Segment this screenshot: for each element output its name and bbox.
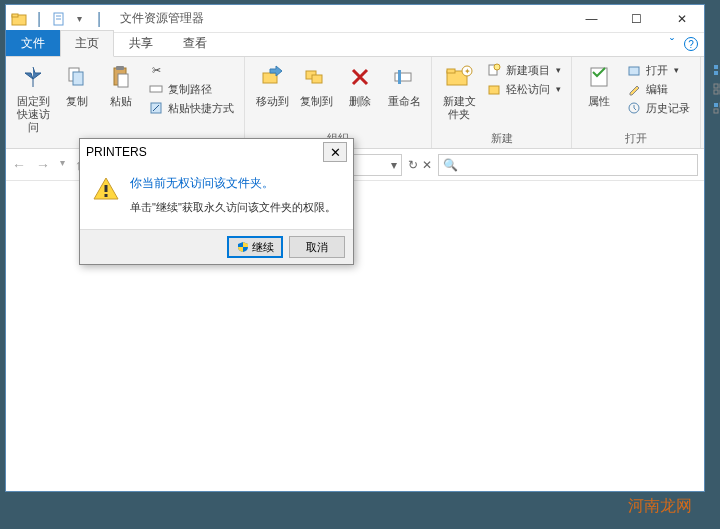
svg-rect-12: [263, 73, 277, 83]
pin-icon: [17, 61, 49, 93]
new-folder-label: 新建文件夹: [440, 95, 478, 121]
rename-button[interactable]: 重命名: [383, 59, 425, 110]
select-none-icon: [711, 81, 720, 97]
select-group-label: 选择: [707, 129, 720, 148]
svg-rect-29: [714, 71, 718, 75]
paste-label: 粘贴: [110, 95, 132, 108]
svg-rect-27: [714, 65, 718, 69]
invert-icon: [711, 100, 720, 116]
svg-rect-37: [714, 109, 718, 113]
help-icon[interactable]: ?: [684, 37, 698, 51]
svg-rect-1: [12, 14, 18, 17]
clear-button[interactable]: ✕: [422, 158, 432, 172]
invert-button[interactable]: 反向选择: [707, 99, 720, 117]
dialog-close-button[interactable]: ✕: [323, 142, 347, 162]
document-icon[interactable]: [50, 10, 68, 28]
properties-icon: [583, 61, 615, 93]
tab-view[interactable]: 查看: [168, 30, 222, 56]
copy-to-icon: [300, 61, 332, 93]
warning-icon: [92, 175, 120, 203]
clipboard-group: 固定到快速访问 复制 粘贴 ✂ 复制路径 粘贴快捷方式 剪贴板: [6, 57, 245, 148]
organize-group: 移动到 复制到 删除 重命名 组织: [245, 57, 432, 148]
properties-label: 属性: [588, 95, 610, 108]
cut-button[interactable]: ✂: [144, 61, 238, 79]
ribbon: 固定到快速访问 复制 粘贴 ✂ 复制路径 粘贴快捷方式 剪贴板: [6, 57, 704, 149]
svg-rect-14: [312, 75, 322, 83]
svg-text:✦: ✦: [464, 67, 471, 76]
cancel-button[interactable]: 取消: [289, 236, 345, 258]
move-icon: [256, 61, 288, 93]
continue-button[interactable]: 继续: [227, 236, 283, 258]
new-group-label: 新建: [438, 129, 565, 148]
svg-rect-23: [489, 86, 499, 94]
tab-home[interactable]: 主页: [60, 30, 114, 57]
svg-rect-10: [150, 86, 162, 92]
copy-to-button[interactable]: 复制到: [295, 59, 337, 110]
window-title: 文件资源管理器: [120, 10, 569, 27]
paste-shortcut-button[interactable]: 粘贴快捷方式: [144, 99, 238, 117]
scissors-icon: ✂: [148, 62, 164, 78]
move-to-button[interactable]: 移动到: [251, 59, 293, 110]
uac-shield-icon: [237, 241, 249, 253]
chevron-icon-3: ▾: [674, 65, 679, 75]
forward-button[interactable]: →: [36, 157, 50, 173]
tab-share[interactable]: 共享: [114, 30, 168, 56]
close-button[interactable]: ✕: [659, 5, 704, 33]
edit-button[interactable]: 编辑: [622, 80, 694, 98]
copy-path-button[interactable]: 复制路径: [144, 80, 238, 98]
refresh-button[interactable]: ↻: [408, 158, 418, 172]
paste-button[interactable]: 粘贴: [100, 59, 142, 110]
maximize-button[interactable]: ☐: [614, 5, 659, 33]
open-label: 打开: [646, 63, 668, 78]
paste-shortcut-label: 粘贴快捷方式: [168, 101, 234, 116]
svg-rect-16: [398, 70, 401, 84]
move-to-label: 移动到: [256, 95, 289, 108]
cancel-label: 取消: [306, 240, 328, 255]
quick-access-toolbar: | ▾ |: [6, 10, 112, 28]
new-item-button[interactable]: 新建项目▾: [482, 61, 565, 79]
minimize-button[interactable]: —: [569, 5, 614, 33]
permission-dialog: PRINTERS ✕ 你当前无权访问该文件夹。 单击"继续"获取永久访问该文件夹…: [79, 138, 354, 265]
path-icon: [148, 81, 164, 97]
easy-access-button[interactable]: 轻松访问▾: [482, 80, 565, 98]
watermark: 河南龙网: [628, 496, 692, 517]
ribbon-collapse: ˇ ?: [670, 37, 698, 51]
properties-button[interactable]: 属性: [578, 59, 620, 110]
svg-rect-35: [714, 103, 718, 107]
history-button[interactable]: 历史记录: [622, 99, 694, 117]
delete-icon: [344, 61, 376, 93]
svg-rect-31: [714, 84, 718, 88]
continue-label: 继续: [252, 240, 274, 255]
copy-label: 复制: [66, 95, 88, 108]
back-button[interactable]: ←: [12, 157, 26, 173]
select-none-button[interactable]: 全部取消: [707, 80, 720, 98]
copy-button[interactable]: 复制: [56, 59, 98, 110]
open-icon: [626, 62, 642, 78]
search-box[interactable]: 🔍: [438, 154, 698, 176]
edit-icon: [626, 81, 642, 97]
open-button[interactable]: 打开▾: [622, 61, 694, 79]
pin-button[interactable]: 固定到快速访问: [12, 59, 54, 137]
delete-button[interactable]: 删除: [339, 59, 381, 110]
paste-icon: [105, 61, 137, 93]
collapse-icon[interactable]: ˇ: [670, 37, 674, 51]
open-group: 属性 打开▾ 编辑 历史记录 打开: [572, 57, 701, 148]
copy-icon: [61, 61, 93, 93]
address-dropdown-icon[interactable]: ▾: [391, 158, 397, 172]
open-group-label: 打开: [578, 129, 694, 148]
dialog-title: PRINTERS: [86, 145, 147, 159]
folder-icon: [10, 10, 28, 28]
copy-path-label: 复制路径: [168, 82, 212, 97]
select-all-button[interactable]: 全部选择: [707, 61, 720, 79]
copy-to-label: 复制到: [300, 95, 333, 108]
svg-rect-39: [105, 185, 108, 192]
svg-rect-15: [395, 73, 411, 81]
dialog-titlebar: PRINTERS ✕: [80, 139, 353, 165]
history-dropdown[interactable]: ▾: [60, 157, 65, 173]
delete-label: 删除: [349, 95, 371, 108]
dropdown-icon[interactable]: ▾: [70, 10, 88, 28]
new-folder-button[interactable]: ✦ 新建文件夹: [438, 59, 480, 123]
tab-file[interactable]: 文件: [6, 30, 60, 56]
chevron-icon-2: ▾: [556, 84, 561, 94]
rename-icon: [388, 61, 420, 93]
